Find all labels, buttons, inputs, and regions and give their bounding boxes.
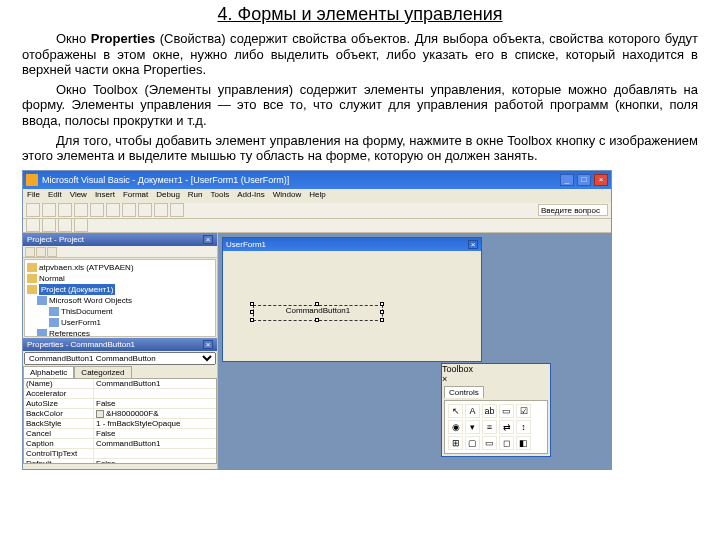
close-button[interactable]: × — [594, 174, 608, 186]
properties-close-icon[interactable]: × — [203, 340, 213, 349]
resize-handle[interactable] — [380, 302, 384, 306]
userform-body[interactable]: CommandButton1 — [223, 251, 481, 361]
tbtn-9[interactable] — [154, 203, 168, 217]
tbtn-2[interactable] — [42, 203, 56, 217]
tbtn-1[interactable] — [26, 203, 40, 217]
resize-handle[interactable] — [250, 310, 254, 314]
property-row[interactable]: CancelFalse — [24, 429, 216, 439]
toolbox-control-icon[interactable]: ☑ — [516, 404, 531, 418]
toolbox-control-icon[interactable]: ↕ — [516, 420, 531, 434]
resize-handle[interactable] — [315, 302, 319, 306]
tree-row[interactable]: ThisDocument — [49, 306, 213, 317]
properties-header[interactable]: Properties - CommandButton1 × — [23, 338, 217, 351]
toolbox-control-icon[interactable]: ◉ — [448, 420, 463, 434]
tab-categorized[interactable]: Categorized — [74, 366, 131, 378]
maximize-button[interactable]: □ — [577, 174, 591, 186]
property-value[interactable]: CommandButton1 — [94, 439, 216, 448]
property-value[interactable]: 1 - fmBackStyleOpaque — [94, 419, 216, 428]
tab-alphabetic[interactable]: Alphabetic — [23, 366, 74, 378]
menu-debug[interactable]: Debug — [156, 190, 180, 202]
toolbox-control-icon[interactable]: ▭ — [499, 404, 514, 418]
pe-tbtn-3[interactable] — [47, 247, 57, 257]
toolbox-tab-controls[interactable]: Controls — [444, 386, 484, 398]
menu-file[interactable]: File — [27, 190, 40, 202]
tbtn-5[interactable] — [90, 203, 104, 217]
property-row[interactable]: BackStyle1 - fmBackStyleOpaque — [24, 419, 216, 429]
tree-row[interactable]: Microsoft Word Objects — [37, 295, 213, 306]
tbtn-7[interactable] — [122, 203, 136, 217]
help-search-input[interactable] — [538, 204, 608, 216]
toolbox-control-icon[interactable]: ⇄ — [499, 420, 514, 434]
toolbox-control-icon[interactable]: ⊞ — [448, 436, 463, 450]
menu-view[interactable]: View — [70, 190, 87, 202]
resize-handle[interactable] — [380, 318, 384, 322]
property-row[interactable]: ControlTipText — [24, 449, 216, 459]
toolbox-window[interactable]: Toolbox × Controls ↖Aab▭☑◉▾≡⇄↕⊞▢▭◻◧ — [441, 363, 551, 457]
property-value[interactable]: False — [94, 399, 216, 408]
userform-window[interactable]: UserForm1 × CommandButton1 — [222, 237, 482, 362]
menu-addins[interactable]: Add-Ins — [237, 190, 265, 202]
tbtn-10[interactable] — [170, 203, 184, 217]
tbtn2-2[interactable] — [42, 218, 56, 232]
tbtn-6[interactable] — [106, 203, 120, 217]
tbtn2-4[interactable] — [74, 218, 88, 232]
menu-insert[interactable]: Insert — [95, 190, 115, 202]
property-row[interactable]: AutoSizeFalse — [24, 399, 216, 409]
property-row[interactable]: DefaultFalse — [24, 459, 216, 464]
tree-row[interactable]: Normal — [27, 273, 213, 284]
tree-row[interactable]: atpvbaen.xls (ATPVBAEN) — [27, 262, 213, 273]
tbtn-4[interactable] — [74, 203, 88, 217]
property-value[interactable] — [94, 449, 216, 458]
pe-tbtn-2[interactable] — [36, 247, 46, 257]
pe-tbtn-1[interactable] — [25, 247, 35, 257]
tree-row[interactable]: UserForm1 — [49, 317, 213, 328]
project-explorer-header[interactable]: Project - Project × — [23, 233, 217, 246]
tbtn2-1[interactable] — [26, 218, 40, 232]
property-row[interactable]: BackColor&H8000000F& — [24, 409, 216, 419]
toolbox-control-icon[interactable]: ↖ — [448, 404, 463, 418]
menu-window[interactable]: Window — [273, 190, 301, 202]
tree-row[interactable]: Project (Документ1) — [27, 284, 213, 295]
minimize-button[interactable]: _ — [560, 174, 574, 186]
tbtn2-3[interactable] — [58, 218, 72, 232]
property-row[interactable]: (Name)CommandButton1 — [24, 379, 216, 389]
resize-handle[interactable] — [315, 318, 319, 322]
toolbox-control-icon[interactable]: ◻ — [499, 436, 514, 450]
resize-handle[interactable] — [250, 302, 254, 306]
tbtn-3[interactable] — [58, 203, 72, 217]
resize-handle[interactable] — [250, 318, 254, 322]
menu-edit[interactable]: Edit — [48, 190, 62, 202]
toolbox-control-icon[interactable]: ab — [482, 404, 497, 418]
property-value[interactable]: False — [94, 429, 216, 438]
toolbox-control-icon[interactable]: ▾ — [465, 420, 480, 434]
property-row[interactable]: CaptionCommandButton1 — [24, 439, 216, 449]
properties-grid[interactable]: (Name)CommandButton1AcceleratorAutoSizeF… — [23, 378, 217, 464]
toolbox-control-icon[interactable]: ▭ — [482, 436, 497, 450]
project-tree[interactable]: atpvbaen.xls (ATPVBAEN)NormalProject (До… — [24, 259, 216, 337]
toolbox-titlebar[interactable]: Toolbox × — [442, 364, 550, 384]
menu-run[interactable]: Run — [188, 190, 203, 202]
menu-help[interactable]: Help — [309, 190, 325, 202]
designer-area[interactable]: UserForm1 × CommandButton1 Toolb — [218, 233, 611, 469]
toolbox-control-icon[interactable]: A — [465, 404, 480, 418]
toolbox-control-icon[interactable]: ▢ — [465, 436, 480, 450]
menu-format[interactable]: Format — [123, 190, 148, 202]
toolbox-control-icon[interactable]: ≡ — [482, 420, 497, 434]
menu-tools[interactable]: Tools — [211, 190, 230, 202]
resize-handle[interactable] — [380, 310, 384, 314]
property-value[interactable]: &H8000000F& — [94, 409, 216, 418]
project-explorer-close-icon[interactable]: × — [203, 235, 213, 244]
properties-object-selector[interactable]: CommandButton1 CommandButton — [24, 352, 216, 365]
property-value[interactable]: CommandButton1 — [94, 379, 216, 388]
properties-object-select[interactable]: CommandButton1 CommandButton — [24, 352, 216, 365]
property-row[interactable]: Accelerator — [24, 389, 216, 399]
titlebar[interactable]: Microsoft Visual Basic - Документ1 - [Us… — [23, 171, 611, 189]
toolbox-control-icon[interactable]: ◧ — [516, 436, 531, 450]
userform-titlebar[interactable]: UserForm1 × — [223, 238, 481, 251]
tree-row[interactable]: References — [37, 328, 213, 337]
property-value[interactable] — [94, 389, 216, 398]
property-value[interactable]: False — [94, 459, 216, 464]
userform-close-icon[interactable]: × — [468, 240, 478, 249]
toolbox-close-icon[interactable]: × — [442, 374, 550, 384]
tbtn-8[interactable] — [138, 203, 152, 217]
